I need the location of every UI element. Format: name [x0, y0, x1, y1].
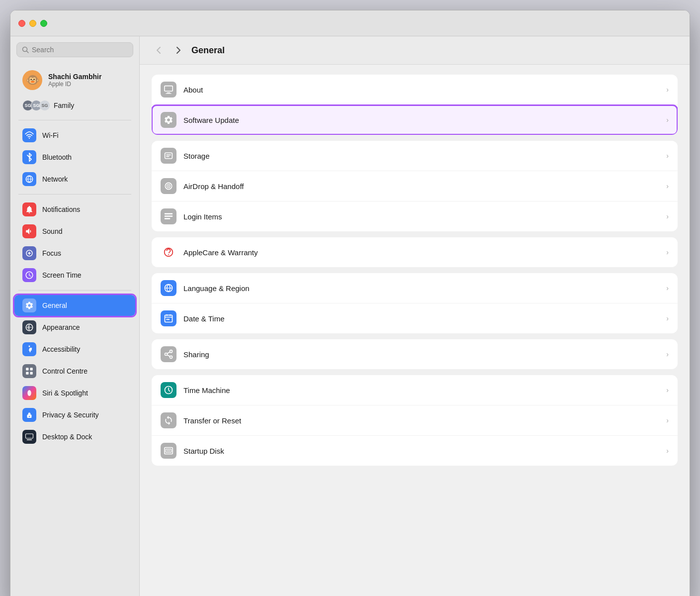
svg-rect-24: [165, 213, 173, 214]
svg-point-5: [29, 346, 30, 347]
sidebar-item-label-wifi: Wi-Fi: [42, 131, 59, 139]
time-machine-label: Time Machine: [183, 386, 666, 395]
search-input[interactable]: [32, 46, 128, 54]
sidebar-item-label-accessibility: Accessibility: [42, 345, 80, 353]
sidebar-item-label-screen-time: Screen Time: [42, 271, 82, 279]
settings-row-sharing[interactable]: Sharing ›: [152, 339, 678, 369]
sidebar-divider-2: [18, 194, 131, 195]
focus-icon: [22, 246, 36, 260]
sidebar-user[interactable]: 🐵 Shachi Gambhir Apple ID: [14, 66, 135, 94]
sidebar-item-label-privacy: Privacy & Security: [42, 411, 99, 419]
settings-row-login-items[interactable]: Login Items ›: [152, 201, 678, 231]
sidebar-item-privacy[interactable]: Privacy & Security: [14, 404, 135, 425]
settings-row-date-time[interactable]: Date & Time ›: [152, 303, 678, 333]
content-header: General: [140, 36, 690, 65]
settings-row-language[interactable]: Language & Region ›: [152, 273, 678, 303]
settings-group-4: Language & Region ›: [152, 273, 678, 333]
software-update-icon: [161, 112, 176, 128]
svg-point-12: [29, 416, 30, 417]
svg-line-37: [167, 352, 170, 353]
startup-disk-chevron: ›: [666, 447, 669, 455]
sidebar-item-accessibility[interactable]: Accessibility: [14, 339, 135, 360]
privacy-icon: [22, 408, 36, 422]
close-button[interactable]: [18, 20, 25, 27]
sidebar-item-notifications[interactable]: Notifications: [14, 199, 135, 220]
settings-group-1: About › Software Update ›: [152, 75, 678, 135]
desktop-dock-icon: [22, 430, 36, 444]
settings-row-applecare[interactable]: AppleCare & Warranty ›: [152, 237, 678, 267]
minimize-button[interactable]: [29, 20, 36, 27]
airdrop-icon: [161, 178, 176, 194]
date-time-icon: [161, 310, 176, 326]
user-subtitle: Apple ID: [48, 81, 101, 88]
sidebar-item-label-general: General: [42, 301, 67, 309]
settings-row-startup-disk[interactable]: Startup Disk ›: [152, 436, 678, 466]
system-preferences-window: 🐵 Shachi Gambhir Apple ID SG SG SG Famil…: [10, 10, 690, 596]
maximize-button[interactable]: [40, 20, 47, 27]
svg-rect-29: [167, 314, 168, 316]
sidebar-item-label-network: Network: [42, 175, 68, 183]
sidebar-item-bluetooth[interactable]: Bluetooth: [14, 147, 135, 168]
svg-point-10: [27, 390, 31, 396]
svg-rect-26: [165, 218, 170, 219]
date-time-chevron: ›: [666, 314, 669, 322]
about-icon: [161, 82, 176, 98]
language-icon: [161, 280, 176, 296]
settings-row-about[interactable]: About ›: [152, 75, 678, 105]
bluetooth-icon: [22, 150, 36, 164]
sidebar-item-wifi[interactable]: Wi-Fi: [14, 125, 135, 146]
svg-point-2: [29, 138, 30, 139]
sidebar-item-sound[interactable]: Sound: [14, 221, 135, 242]
accessibility-icon: [22, 342, 36, 356]
applecare-label: AppleCare & Warranty: [183, 248, 666, 257]
sidebar-item-screen-time[interactable]: Screen Time: [14, 265, 135, 286]
sidebar-item-label-control-centre: Control Centre: [42, 367, 88, 375]
svg-rect-28: [165, 315, 173, 322]
airdrop-chevron: ›: [666, 182, 669, 190]
back-button[interactable]: [152, 43, 166, 57]
search-bar[interactable]: [16, 42, 133, 57]
applecare-icon: [161, 244, 176, 260]
transfer-reset-chevron: ›: [666, 416, 669, 424]
appearance-icon: [22, 320, 36, 334]
settings-row-storage[interactable]: Storage ›: [152, 141, 678, 171]
sidebar-item-label-sound: Sound: [42, 227, 62, 235]
settings-row-airdrop[interactable]: AirDrop & Handoff ›: [152, 171, 678, 201]
svg-rect-9: [30, 372, 33, 375]
svg-line-36: [167, 355, 170, 356]
settings-row-software-update[interactable]: Software Update ›: [152, 105, 678, 135]
svg-rect-18: [165, 153, 173, 158]
login-items-icon: [161, 208, 176, 224]
sidebar-item-siri[interactable]: Siri & Spotlight: [14, 383, 135, 403]
family-avatar-3: SG: [39, 100, 50, 111]
svg-point-23: [168, 186, 170, 187]
sidebar-item-desktop-dock[interactable]: Desktop & Dock: [14, 426, 135, 447]
traffic-lights: [18, 20, 47, 27]
settings-row-transfer-reset[interactable]: Transfer or Reset ›: [152, 405, 678, 436]
svg-rect-32: [168, 319, 170, 320]
sidebar-item-appearance[interactable]: Appearance: [14, 317, 135, 338]
settings-group-6: Time Machine › Transfer or Reset ›: [152, 375, 678, 466]
svg-rect-13: [26, 434, 33, 438]
title-bar: [10, 10, 690, 36]
login-items-label: Login Items: [183, 212, 666, 221]
settings-row-time-machine[interactable]: Time Machine ›: [152, 375, 678, 405]
storage-chevron: ›: [666, 152, 669, 160]
sidebar-item-family[interactable]: SG SG SG Family: [14, 96, 135, 115]
sidebar-item-network[interactable]: Network: [14, 169, 135, 190]
svg-point-33: [170, 350, 173, 353]
date-time-label: Date & Time: [183, 314, 666, 323]
family-label: Family: [54, 101, 74, 109]
sidebar-item-general[interactable]: General: [14, 295, 135, 316]
sidebar-item-focus[interactable]: Focus: [14, 243, 135, 264]
family-avatars: SG SG SG: [22, 100, 48, 111]
sidebar-item-label-notifications: Notifications: [42, 205, 80, 213]
about-label: About: [183, 86, 666, 94]
forward-button[interactable]: [172, 43, 185, 57]
startup-disk-icon: [161, 443, 176, 459]
user-name: Shachi Gambhir: [48, 73, 101, 81]
sharing-icon: [161, 346, 176, 362]
time-machine-chevron: ›: [666, 386, 669, 394]
sidebar-item-control-centre[interactable]: Control Centre: [14, 361, 135, 382]
svg-rect-17: [166, 93, 171, 94]
